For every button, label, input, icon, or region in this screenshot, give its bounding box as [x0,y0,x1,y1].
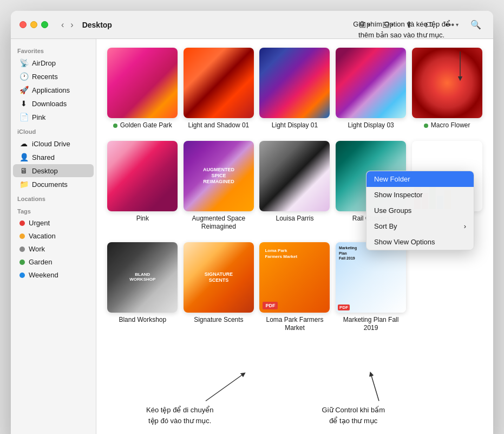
weekend-dot [19,273,25,278]
file-item-las[interactable]: Light and Shadow 01 [184,48,254,130]
sidebar-item-tag-work[interactable]: Work [13,243,94,255]
file-item-lp[interactable]: Louisa Parris [259,141,330,231]
sidebar-item-tag-vacation[interactable]: Vacation [13,230,94,242]
sidebar-item-label: Shared [32,153,55,161]
file-label: Marketing Plan Fall 2019 [336,316,406,333]
share-button[interactable]: ⬆ [402,17,416,32]
file-item-aug[interactable]: AUGMENTEDSPICEREIMAGINED Augmented Space… [184,141,254,231]
nav-buttons: ‹ › [59,19,76,31]
context-item-show-inspector[interactable]: Show Inspector [366,187,474,203]
gallery-icon: ⊟ [382,20,389,30]
sidebar-item-desktop[interactable]: 🖥 Desktop [13,164,94,177]
view-gallery-button[interactable]: ⊟ ▾ [379,17,397,32]
sidebar-item-applications[interactable]: 🚀 Applications [13,83,94,96]
back-button[interactable]: ‹ [59,19,66,31]
sidebar-item-shared[interactable]: 👤 Shared [13,151,94,164]
file-thumb [336,48,406,118]
file-thumb: AUGMENTEDSPICEREIMAGINED [184,141,254,211]
traffic-lights [19,21,48,28]
context-item-show-view-options[interactable]: Show View Options [366,234,474,250]
sidebar-item-label: Garden [29,258,52,266]
sidebar-item-tag-garden[interactable]: Garden [13,256,94,268]
sidebar-item-recents[interactable]: 🕐 Recents [13,70,94,83]
file-label: Augmented Space Reimagined [184,215,254,231]
context-item-use-groups[interactable]: Use Groups [366,203,474,218]
file-label: Bland Workshop [119,316,166,325]
file-thumb [184,48,254,118]
sidebar-item-label: Pink [32,113,45,121]
close-button[interactable] [19,21,27,28]
sidebar-item-label: Work [29,245,45,253]
thumb-text: AUGMENTEDSPICEREIMAGINED [201,165,237,186]
context-item-label: New Folder [374,175,410,183]
file-thumb: MarketingPlanFall 2019 PDF [336,242,406,313]
grid-icon: ⊞ [359,20,366,30]
file-item-ld3[interactable]: Light Display 03 [336,48,407,130]
sidebar-item-label: Recents [32,73,58,81]
sidebar-item-icloud-drive[interactable]: ☁ iCloud Drive [13,137,94,150]
file-label: Loma Park Farmers Market [259,316,330,333]
file-thumb [107,48,178,118]
file-thumb [259,141,330,211]
file-label: Macro Flower [424,121,470,130]
file-thumb: PDF Loma ParkFarmers Market [259,242,330,313]
sidebar-item-label: Weekend [29,271,58,279]
sidebar-item-label: Applications [32,86,70,94]
sidebar-item-tag-weekend[interactable]: Weekend [13,269,94,281]
context-item-label: Sort By [374,222,397,230]
search-button[interactable]: 🔍 [467,17,485,32]
file-item-pink[interactable]: Pink [107,141,178,231]
sidebar-item-label: iCloud Drive [32,140,70,148]
context-item-new-folder[interactable]: New Folder [366,171,474,187]
status-dot [113,124,117,128]
sidebar-item-downloads[interactable]: ⬇ Downloads [13,97,94,110]
urgent-dot [19,221,25,226]
file-thumb: SIGNATURESCENTS [184,242,254,313]
doc-icon: 📄 [19,113,28,121]
chevron-icon: ▾ [391,22,394,28]
file-label: Pink [136,215,149,223]
file-label: Louisa Parris [276,215,313,223]
sidebar-item-pink[interactable]: 📄 Pink [13,111,94,124]
file-item-ld1[interactable]: Light Display 01 [259,48,330,130]
main-area: Favorites 📡 AirDrop 🕐 Recents 🚀 Applicat… [11,39,493,434]
thumb-text: SIGNATURESCENTS [205,271,233,283]
locations-section-label: Locations [11,191,96,204]
file-item-mp[interactable]: MarketingPlanFall 2019 PDF Marketing Pla… [336,242,407,333]
more-button[interactable]: ••• ▾ [442,18,462,32]
toolbar-right: ⊞ ▾ ⊟ ▾ ⬆ 🏷 ••• ▾ 🔍 [356,17,485,32]
view-grid-button[interactable]: ⊞ ▾ [356,17,374,32]
clock-icon: 🕐 [19,72,28,81]
minimize-button[interactable] [30,21,37,28]
icloud-section-label: iCloud [11,124,96,137]
desktop-icon: 🖥 [19,166,28,175]
tag-button[interactable]: 🏷 [421,18,436,32]
sidebar-item-documents[interactable]: 📁 Documents [13,178,94,191]
sidebar-item-label: Vacation [29,232,56,240]
work-dot [19,247,25,252]
sidebar-item-tag-urgent[interactable]: Urgent [13,217,94,229]
file-item-bw[interactable]: BLANDWORKSHOP Bland Workshop [107,242,178,333]
sidebar: Favorites 📡 AirDrop 🕐 Recents 🚀 Applicat… [11,39,96,434]
apps-icon: 🚀 [19,86,28,94]
context-item-sort-by[interactable]: Sort By › [366,218,474,234]
ellipsis-icon: ••• [445,20,454,30]
finder-window: ‹ › Desktop ⊞ ▾ ⊟ ▾ ⬆ 🏷 ••• ▾ [11,11,493,434]
context-menu: New Folder Show Inspector Use Groups Sor… [366,171,474,250]
thumb-text: BLANDWORKSHOP [127,270,158,284]
file-item-ggp[interactable]: Golden Gate Park [107,48,178,130]
documents-icon: 📁 [19,180,28,189]
favorites-section-label: Favorites [11,43,96,56]
sidebar-item-airdrop[interactable]: 📡 AirDrop [13,56,94,69]
forward-button[interactable]: › [68,19,75,31]
sidebar-item-label: Documents [32,180,68,189]
file-item-mf[interactable]: Macro Flower [411,48,482,130]
sidebar-item-label: Urgent [29,219,50,227]
maximize-button[interactable] [41,21,48,28]
tag-icon: 🏷 [424,20,433,30]
downloads-icon: ⬇ [19,99,28,108]
file-item-pdf[interactable]: PDF Loma ParkFarmers Market Loma Park Fa… [259,242,330,333]
file-item-ss[interactable]: SIGNATURESCENTS Signature Scents [184,242,254,333]
context-item-label: Show View Options [374,238,435,246]
vacation-dot [19,234,25,239]
